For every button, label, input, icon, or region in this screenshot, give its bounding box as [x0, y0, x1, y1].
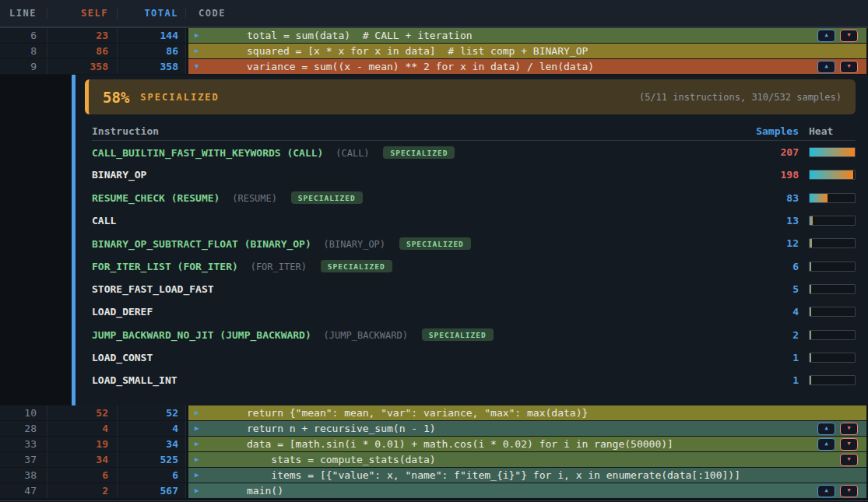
jump-up-button[interactable]: ▲ [817, 423, 835, 435]
code-line-row: 9 358 358 ▼ variance = sum((x - mean) **… [0, 59, 868, 75]
code-cell: ▼ variance = sum((x - mean) ** 2 for x i… [188, 59, 866, 74]
instruction-name: JUMP_BACKWARD_NO_JIT (JUMP_BACKWARD) [92, 329, 311, 341]
instruction-row: BINARY_OP_SUBTRACT_FLOAT (BINARY_OP) (BI… [92, 232, 856, 255]
expand-toggle-icon[interactable]: ▶ [195, 483, 207, 498]
line-number: 28 [0, 421, 47, 436]
jump-up-button[interactable]: ▲ [817, 61, 835, 73]
column-header-code: CODE [186, 8, 868, 19]
code-cell: ▶ return n + recursive_sum(n - 1) ▲▼ [188, 421, 866, 436]
jump-up-button[interactable]: ▲ [817, 438, 835, 451]
instruction-row: BINARY_OP 198 [92, 163, 856, 186]
column-header-self: SELF [47, 8, 118, 19]
instruction-name: CALL_BUILTIN_FAST_WITH_KEYWORDS (CALL) [92, 147, 323, 159]
up-arrow-icon: ▲ [824, 28, 828, 43]
jump-down-button[interactable]: ▼ [840, 61, 858, 73]
instruction-name-cell: BINARY_OP [92, 169, 744, 181]
code-cell: ▶ squared = [x * x for x in data] # list… [188, 44, 866, 58]
instruction-table: Instruction Samples Heat CALL_BUILTIN_FA… [92, 122, 856, 391]
total-samples: 34 [118, 437, 186, 451]
instruction-name-cell: LOAD_CONST [92, 352, 744, 363]
total-samples: 567 [118, 483, 186, 498]
instruction-name-cell: RESUME_CHECK (RESUME) (RESUME) SPECIALIZ… [92, 191, 744, 204]
heat-bar [809, 193, 856, 203]
column-header-line: LINE [0, 8, 47, 19]
source-code: variance = sum((x - mean) ** 2 for x in … [247, 59, 594, 74]
expand-toggle-icon[interactable]: ▶ [195, 452, 207, 467]
instruction-name: STORE_FAST_LOAD_FAST [92, 283, 214, 295]
expand-toggle-icon[interactable]: ▶ [195, 405, 207, 420]
instruction-sample-count: 207 [744, 146, 799, 158]
code-line-row: 33 19 34 ▶ data = [math.sin(i * 0.01) + … [0, 437, 868, 452]
code-line-row: 6 23 144 ▶ total = sum(data) # CALL + it… [0, 28, 868, 44]
column-header-samples: Samples [744, 125, 799, 137]
code-cell: ▶ stats = compute_stats(data) ▼ [188, 452, 866, 467]
up-arrow-icon: ▲ [824, 421, 828, 436]
jump-up-button[interactable]: ▲ [817, 485, 835, 497]
instruction-row: JUMP_BACKWARD_NO_JIT (JUMP_BACKWARD) (JU… [92, 323, 856, 346]
instruction-name: LOAD_DEREF [92, 306, 153, 318]
jump-down-button[interactable]: ▼ [840, 423, 858, 435]
instruction-name: LOAD_CONST [92, 352, 153, 363]
expand-toggle-icon[interactable]: ▶ [195, 44, 207, 58]
instruction-name-cell: STORE_FAST_LOAD_FAST [92, 283, 744, 295]
source-code: return n + recursive_sum(n - 1) [247, 421, 436, 436]
expand-toggle-icon[interactable]: ▶ [195, 437, 207, 451]
code-line-row: 38 6 6 ▶ items = [{"value": x, "name": f… [0, 468, 868, 483]
heat-bar [809, 375, 856, 385]
jump-buttons: ▲▼ [817, 485, 858, 497]
specialized-percent: 58% [103, 89, 129, 106]
jump-down-button[interactable]: ▼ [840, 30, 858, 42]
code-rows-bottom: 10 52 52 ▶ return {"mean": mean, "var": … [0, 405, 868, 499]
line-number: 10 [0, 405, 47, 420]
total-samples: 86 [118, 44, 186, 58]
code-cell: ▶ main() ▲▼ [188, 483, 866, 498]
jump-buttons: ▼ [840, 454, 858, 466]
self-samples: 358 [47, 59, 118, 74]
source-code: items = [{"value": x, "name": f"item_{i}… [247, 468, 740, 483]
jump-up-button[interactable]: ▲ [817, 30, 835, 42]
down-arrow-icon: ▼ [847, 452, 850, 467]
code-cell: ▶ return {"mean": mean, "var": variance,… [188, 405, 866, 420]
heat-bar [809, 353, 856, 363]
instruction-name: BINARY_OP_SUBTRACT_FLOAT (BINARY_OP) [92, 238, 311, 250]
total-samples: 144 [118, 28, 186, 43]
specialized-label: SPECIALIZED [140, 92, 219, 103]
down-arrow-icon: ▼ [847, 28, 850, 43]
instruction-name-cell: CALL [92, 215, 744, 226]
heat-bar [809, 238, 856, 248]
instruction-name-cell: LOAD_SMALL_INT [92, 374, 744, 386]
code-cell: ▶ items = [{"value": x, "name": f"item_{… [188, 468, 866, 483]
source-code: main() [247, 483, 283, 498]
instruction-name: BINARY_OP [92, 169, 146, 181]
heat-bar-fill [810, 170, 853, 179]
total-samples: 525 [118, 452, 186, 467]
jump-down-button[interactable]: ▼ [840, 454, 858, 466]
expand-toggle-icon[interactable]: ▼ [195, 59, 207, 74]
column-header-instruction: Instruction [92, 125, 744, 137]
specialized-meta: (5/11 instructions, 310/532 samples) [639, 92, 842, 103]
down-arrow-icon: ▼ [847, 483, 850, 498]
expand-toggle-icon[interactable]: ▶ [195, 28, 207, 43]
panel-left-gutter [0, 75, 72, 405]
instruction-sample-count: 5 [744, 283, 799, 295]
source-code: squared = [x * x for x in data] # list c… [247, 44, 588, 58]
expand-toggle-icon[interactable]: ▶ [195, 468, 207, 483]
self-samples: 6 [47, 468, 118, 483]
instruction-sample-count: 2 [744, 329, 799, 341]
jump-buttons: ▲▼ [817, 423, 858, 435]
heat-bar-fill [810, 216, 813, 225]
heat-bar [809, 284, 856, 294]
jump-down-button[interactable]: ▼ [840, 485, 858, 497]
instruction-row: LOAD_SMALL_INT 1 [92, 369, 856, 391]
total-samples: 358 [118, 59, 186, 74]
jump-down-button[interactable]: ▼ [840, 438, 858, 451]
instruction-sample-count: 6 [744, 261, 799, 272]
expand-toggle-icon[interactable]: ▶ [195, 421, 207, 436]
source-code: data = [math.sin(i * 0.01) + math.cos(i … [247, 437, 673, 451]
specialized-badge: SPECIALIZED [399, 237, 471, 250]
code-line-row: 8 86 86 ▶ squared = [x * x for x in data… [0, 44, 868, 59]
code-cell: ▶ total = sum(data) # CALL + iteration ▲… [188, 28, 866, 43]
instruction-sample-count: 1 [744, 374, 799, 386]
base-opcode: (CALL) [336, 148, 369, 159]
next-row-edge [0, 499, 868, 501]
